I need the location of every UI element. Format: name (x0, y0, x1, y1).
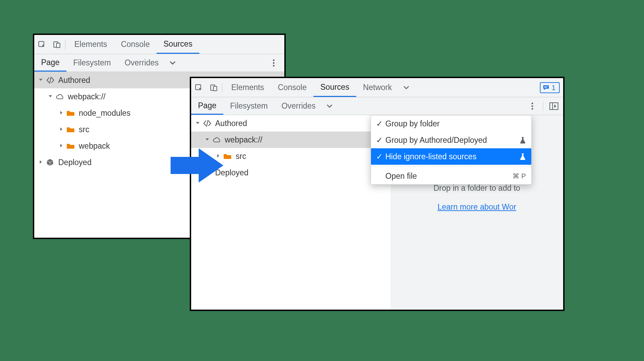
more-tabs-icon[interactable] (165, 60, 180, 66)
inspect-icon[interactable] (34, 35, 49, 54)
top-tabbar: Elements Console Sources (34, 35, 284, 54)
devtools-panel-after: Elements Console Sources Network 1 Page … (190, 77, 565, 311)
issues-counter[interactable]: 1 (540, 82, 560, 93)
folder-icon (66, 125, 75, 134)
svg-rect-9 (544, 86, 548, 87)
svg-rect-8 (213, 86, 217, 91)
cube-icon (46, 158, 55, 167)
svg-point-11 (532, 102, 533, 104)
arrow-icon (168, 147, 226, 184)
menu-label: Group by folder (385, 119, 526, 128)
svg-rect-14 (550, 103, 558, 110)
code-icon (46, 76, 55, 85)
svg-rect-10 (544, 87, 547, 88)
show-navigator-icon[interactable] (547, 102, 561, 110)
svg-point-4 (273, 62, 275, 64)
dropzone-text: Drop in a folder to add to (391, 184, 563, 193)
subtab-filesystem[interactable]: Filesystem (223, 97, 275, 115)
menu-label: Group by Authored/Deployed (385, 136, 517, 145)
device-toggle-icon[interactable] (49, 35, 64, 54)
folder-icon (66, 141, 75, 150)
menu-separator (371, 166, 531, 166)
tree-label: Deployed (58, 158, 91, 167)
issues-count: 1 (552, 84, 556, 92)
menu-shortcut: ⌘ P (512, 172, 526, 180)
divider (65, 39, 65, 50)
tree-label: node_modules (79, 109, 131, 118)
svg-point-13 (532, 108, 533, 110)
menu-label: Open file (385, 172, 502, 181)
device-toggle-icon[interactable] (206, 78, 221, 97)
tree-label: src (236, 152, 246, 161)
chevron-down-icon (195, 121, 201, 126)
navigator-context-menu: ✓ Group by folder ✓ Group by Authored/De… (371, 115, 532, 185)
chevron-right-icon (59, 143, 64, 149)
sources-subtabbar: Page Filesystem Overrides (34, 54, 284, 72)
folder-icon (66, 109, 75, 117)
chevron-down-icon (205, 137, 210, 142)
tab-elements[interactable]: Elements (67, 35, 114, 54)
chat-icon (543, 84, 549, 91)
tab-network[interactable]: Network (356, 78, 399, 97)
chevron-right-icon (38, 160, 44, 165)
inspect-icon[interactable] (191, 78, 206, 97)
more-tabs-icon[interactable] (322, 103, 337, 110)
chevron-right-icon (59, 110, 64, 116)
chevron-right-icon (59, 127, 64, 132)
tab-elements[interactable]: Elements (224, 78, 271, 97)
check-icon: ✓ (375, 119, 383, 128)
top-tabbar: Elements Console Sources Network 1 (191, 78, 563, 97)
check-icon: ✓ (375, 136, 383, 145)
tab-sources[interactable]: Sources (157, 35, 199, 54)
tab-console[interactable]: Console (114, 35, 157, 54)
tab-sources[interactable]: Sources (313, 78, 356, 97)
svg-rect-2 (57, 43, 60, 48)
code-icon (203, 119, 212, 128)
kebab-menu-icon[interactable] (525, 102, 540, 110)
subtab-overrides[interactable]: Overrides (275, 97, 323, 115)
kebab-menu-icon[interactable] (267, 59, 281, 67)
tree-label: src (79, 125, 89, 134)
tab-console[interactable]: Console (271, 78, 313, 97)
cloud-icon (55, 92, 64, 101)
svg-point-3 (273, 59, 275, 61)
tree-label: Authored (58, 76, 90, 85)
flask-icon (520, 153, 526, 160)
divider (222, 83, 222, 93)
tree-label: webpack:// (68, 92, 106, 101)
cloud-icon (212, 135, 221, 144)
tree-label: Authored (215, 119, 247, 128)
file-tree: Drop in a folder to add to Learn more ab… (191, 115, 563, 310)
svg-point-12 (532, 105, 533, 107)
menu-open-file[interactable]: Open file ⌘ P (371, 168, 531, 184)
menu-group-by-folder[interactable]: ✓ Group by folder (371, 115, 531, 132)
menu-group-by-authored[interactable]: ✓ Group by Authored/Deployed (371, 132, 531, 148)
subtab-page[interactable]: Page (191, 97, 223, 115)
subtab-filesystem[interactable]: Filesystem (66, 54, 118, 72)
tree-label: webpack (79, 141, 110, 151)
divider (543, 101, 543, 111)
chevron-down-icon (48, 94, 53, 99)
menu-hide-ignore-listed[interactable]: ✓ Hide ignore-listed sources (371, 148, 531, 165)
sources-subtabbar: Page Filesystem Overrides (191, 97, 563, 115)
subtab-overrides[interactable]: Overrides (118, 54, 166, 72)
tree-label: webpack:// (225, 135, 262, 145)
learn-more-link[interactable]: Learn more about Wor (437, 202, 516, 211)
flask-icon (520, 137, 526, 144)
svg-point-5 (273, 65, 275, 66)
subtab-page[interactable]: Page (34, 54, 66, 72)
more-tabs-icon[interactable] (399, 78, 414, 97)
chevron-down-icon (38, 77, 44, 83)
menu-label: Hide ignore-listed sources (385, 152, 517, 161)
check-icon: ✓ (375, 152, 383, 161)
